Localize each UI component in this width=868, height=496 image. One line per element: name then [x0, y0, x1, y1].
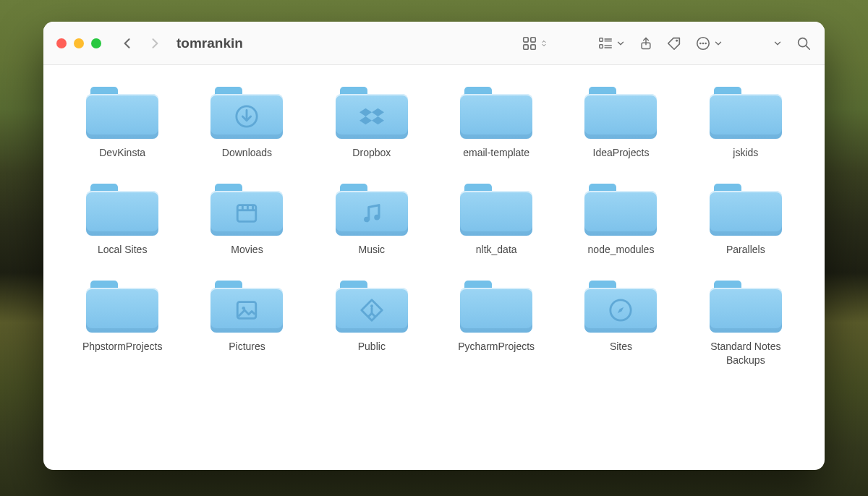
- chevron-down-icon: [773, 38, 783, 48]
- folder-item[interactable]: Standard Notes Backups: [693, 281, 799, 366]
- group-by-button[interactable]: [597, 35, 626, 51]
- folder-icon: [336, 87, 408, 139]
- folder-item[interactable]: node_modules: [568, 184, 673, 256]
- close-button[interactable]: [56, 38, 67, 48]
- folder-icon: [584, 184, 657, 236]
- folder-item[interactable]: PycharmProjects: [443, 281, 549, 366]
- folder-item[interactable]: Dropbox: [319, 87, 425, 159]
- folder-label: Local Sites: [98, 243, 147, 256]
- finder-window: tomrankin: [43, 22, 825, 470]
- folder-label: DevKinsta: [99, 146, 145, 159]
- folder-label: Pictures: [229, 340, 265, 353]
- music-icon: [359, 201, 384, 226]
- zoom-button[interactable]: [91, 38, 101, 48]
- folder-icon: [710, 281, 782, 333]
- toolbar-right: [522, 35, 812, 51]
- folder-label: Dropbox: [352, 146, 391, 159]
- search-button[interactable]: [796, 35, 812, 51]
- folder-item[interactable]: Movies: [194, 184, 299, 256]
- folder-item[interactable]: email-template: [443, 87, 549, 159]
- folder-label: Movies: [231, 243, 263, 256]
- dropdown-button[interactable]: [773, 38, 783, 48]
- folder-item[interactable]: Music: [319, 184, 425, 256]
- folder-label: nltk_data: [476, 243, 517, 256]
- folder-label: PhpstormProjects: [82, 340, 162, 353]
- compass-icon: [608, 298, 633, 322]
- chevron-down-icon: [616, 38, 626, 48]
- back-button[interactable]: [120, 36, 135, 51]
- content-area[interactable]: DevKinstaDownloadsDropboxemail-templateI…: [43, 65, 825, 470]
- folder-label: jskids: [733, 146, 758, 159]
- folder-icon: [584, 281, 657, 333]
- folder-icon: [210, 184, 283, 236]
- folder-icon: [336, 281, 408, 333]
- folder-label: IdeaProjects: [593, 146, 650, 159]
- folder-item[interactable]: Parallels: [693, 184, 799, 256]
- folder-icon: [460, 87, 532, 139]
- folder-item[interactable]: Sites: [568, 281, 673, 366]
- folder-icon: [584, 87, 657, 139]
- folder-item[interactable]: DevKinsta: [69, 87, 175, 159]
- folder-icon: [710, 184, 782, 236]
- folder-item[interactable]: Public: [319, 281, 425, 366]
- tags-button[interactable]: [666, 35, 682, 51]
- folder-label: email-template: [463, 146, 529, 159]
- folder-item[interactable]: Downloads: [194, 87, 299, 159]
- folder-icon: [210, 281, 283, 333]
- more-button[interactable]: [695, 35, 723, 51]
- folder-label: Downloads: [222, 146, 272, 159]
- public-icon: [359, 298, 384, 322]
- view-mode-button[interactable]: [522, 35, 548, 51]
- folder-item[interactable]: Pictures: [194, 281, 299, 366]
- folder-label: Standard Notes Backups: [695, 340, 796, 366]
- folder-icon: [210, 87, 283, 139]
- film-icon: [234, 201, 259, 226]
- share-button[interactable]: [639, 35, 653, 51]
- download-icon: [234, 104, 259, 129]
- search-icon: [796, 35, 812, 51]
- updown-icon: [540, 37, 548, 50]
- folder-icon: [86, 281, 158, 333]
- titlebar: tomrankin: [43, 22, 825, 65]
- image-icon: [234, 298, 259, 322]
- folder-item[interactable]: nltk_data: [443, 184, 549, 256]
- folder-item[interactable]: PhpstormProjects: [69, 281, 175, 366]
- folder-icon: [336, 184, 408, 236]
- folder-item[interactable]: jskids: [693, 87, 799, 159]
- minimize-button[interactable]: [74, 38, 84, 48]
- chevron-down-icon: [713, 38, 723, 48]
- window-controls: [56, 38, 101, 48]
- folder-item[interactable]: IdeaProjects: [568, 87, 673, 159]
- folder-label: node_modules: [588, 243, 655, 256]
- folder-label: PycharmProjects: [458, 340, 535, 353]
- window-title: tomrankin: [176, 35, 243, 51]
- folder-icon: [460, 184, 532, 236]
- folder-label: Music: [359, 243, 386, 256]
- folder-icon: [460, 281, 532, 333]
- dropbox-icon: [359, 104, 384, 129]
- folder-label: Public: [358, 340, 386, 353]
- folder-label: Parallels: [726, 243, 765, 256]
- folder-icon: [86, 184, 158, 236]
- nav-buttons: [120, 36, 162, 51]
- folder-icon: [710, 87, 782, 139]
- folder-icon: [86, 87, 158, 139]
- folder-item[interactable]: Local Sites: [69, 184, 175, 256]
- forward-button[interactable]: [148, 36, 162, 51]
- folder-label: Sites: [610, 340, 632, 353]
